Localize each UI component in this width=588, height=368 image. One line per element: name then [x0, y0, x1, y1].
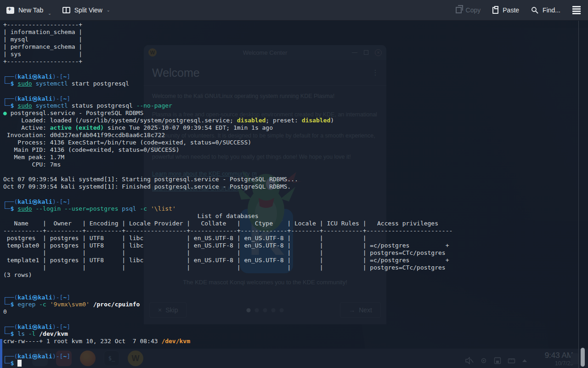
terminal-cursor — [17, 360, 22, 367]
paste-button[interactable]: Paste — [492, 6, 519, 14]
split-view-button[interactable]: Split View ⌄ — [62, 6, 110, 14]
split-view-dropdown-icon: ⌄ — [107, 8, 110, 12]
menu-hamburger-icon[interactable] — [572, 6, 581, 14]
copy-icon — [456, 7, 462, 13]
new-tab-button[interactable]: New Tab — [6, 6, 43, 14]
split-view-icon — [62, 7, 70, 13]
terminal-output[interactable]: +--------------------+| information_sche… — [0, 21, 578, 367]
scrollbar-thumb[interactable] — [581, 348, 585, 367]
scrollbar-track[interactable] — [578, 21, 579, 368]
new-tab-label: New Tab — [18, 6, 43, 14]
copy-button[interactable]: Copy — [456, 6, 481, 14]
new-tab-icon — [6, 7, 14, 14]
find-label: Find... — [543, 6, 560, 14]
terminal-toolbar: New Tab ⌄ Split View ⌄ Copy Paste — [0, 0, 588, 21]
paste-icon — [492, 7, 498, 14]
split-view-label: Split View — [74, 6, 102, 14]
new-tab-dropdown-icon[interactable]: ⌄ — [48, 11, 51, 16]
screen: $_ W — [0, 0, 588, 368]
search-icon — [531, 6, 538, 14]
copy-label: Copy — [466, 6, 481, 14]
find-button[interactable]: Find... — [531, 6, 560, 14]
paste-label: Paste — [503, 6, 519, 14]
panel-accent-strip — [0, 339, 2, 368]
